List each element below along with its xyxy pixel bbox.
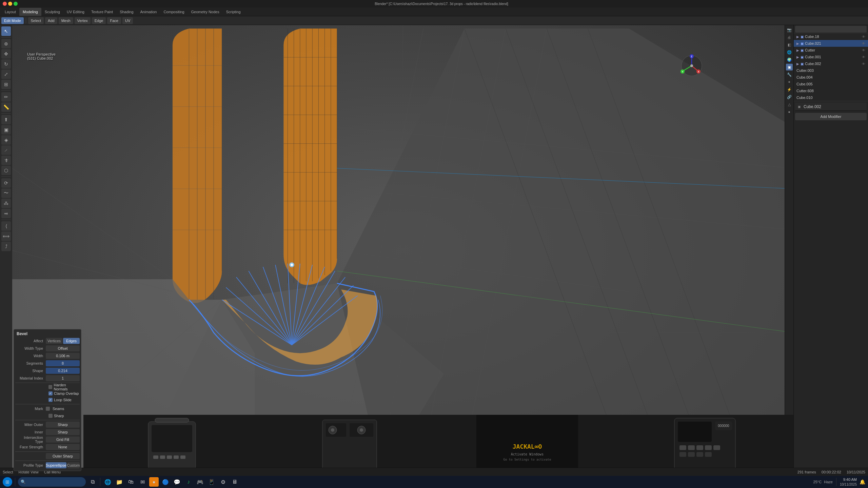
shear-tool[interactable]: ⟨ (1, 221, 11, 231)
mesh-btn[interactable]: Mesh (59, 17, 73, 24)
miter-inner-value[interactable]: Sharp (46, 429, 80, 435)
viewport-gizmo[interactable]: Z X Y (678, 52, 705, 79)
tab-texture-paint[interactable]: Texture Paint (88, 8, 116, 16)
uv-btn[interactable]: UV (122, 17, 133, 24)
modifier-icon[interactable]: 🔧 (786, 71, 793, 78)
scale-tool[interactable]: ⤢ (1, 69, 11, 79)
add-btn[interactable]: Add (45, 17, 57, 24)
edge-btn[interactable]: Edge (92, 17, 106, 24)
scene-icon[interactable]: 🌐 (786, 49, 793, 56)
viewport[interactable]: User Perspective (531) Cube.002 Z X Y (12, 25, 793, 476)
width-type-value[interactable]: Offset (46, 345, 80, 351)
knife-tool[interactable]: 🗡 (1, 156, 11, 165)
close-button[interactable] (3, 2, 7, 6)
particles-icon[interactable]: ✦ (786, 79, 793, 85)
visibility-icon[interactable]: 👁 (862, 55, 865, 59)
extrude-tool[interactable]: ⬆ (1, 115, 11, 124)
minimize-button[interactable] (8, 2, 12, 6)
loop-cut-tool[interactable]: ⟋ (1, 145, 11, 155)
bevel-tool[interactable]: ◈ (1, 135, 11, 145)
render-icon[interactable]: 📷 (786, 26, 793, 33)
tab-sculpting[interactable]: Sculpting (41, 8, 63, 16)
outliner-item-cutter[interactable]: ▶ ▣ Cutter 👁 (794, 47, 868, 54)
tab-geometry-nodes[interactable]: Geometry Nodes (188, 8, 223, 16)
edges-toggle[interactable]: Edges (63, 338, 80, 344)
outliner-item-cube004[interactable]: Cube.004 (794, 74, 868, 81)
world-icon[interactable]: 🌍 (786, 56, 793, 63)
thumbnail-tv[interactable]: JACKAL∞O Activate Windows Go to Settings… (439, 415, 616, 476)
data-icon[interactable]: △ (786, 101, 793, 108)
visibility-icon[interactable]: 👁 (862, 62, 865, 66)
tab-shading[interactable]: Shading (116, 8, 137, 16)
object-icon[interactable]: ▣ (786, 64, 793, 70)
edge-icon[interactable]: 🌐 (103, 477, 113, 487)
material-index-value[interactable]: 1 (46, 375, 80, 381)
explorer-icon[interactable]: 📁 (115, 477, 124, 487)
extra-icon-1[interactable]: ⚙ (218, 477, 228, 487)
constraints-icon[interactable]: 🔗 (786, 94, 793, 100)
measure-tool[interactable]: 📏 (1, 102, 11, 112)
tab-compositing[interactable]: Compositing (160, 8, 188, 16)
tab-modeling[interactable]: Modeling (19, 8, 41, 16)
outliner-item-cube010[interactable]: Cube.010 (794, 94, 868, 101)
select-tool[interactable]: ↖ (1, 26, 11, 36)
rotate-tool[interactable]: ↻ (1, 59, 11, 69)
tab-uv-editing[interactable]: UV Editing (63, 8, 88, 16)
outliner-search[interactable] (794, 25, 868, 33)
transform-tool[interactable]: ⊞ (1, 80, 11, 89)
loop-slide-checkbox[interactable]: ✓ (48, 398, 53, 402)
chrome-icon[interactable]: 🔵 (161, 477, 170, 487)
visibility-icon[interactable]: 👁 (862, 42, 865, 45)
outliner-item-cube021[interactable]: ▶ ▣ Cube.021 👁 (794, 40, 868, 47)
custom-toggle[interactable]: Custom (67, 462, 80, 468)
smooth-tool[interactable]: 〜 (1, 188, 11, 198)
mail-icon[interactable]: ✉ (138, 477, 147, 487)
spotify-icon[interactable]: ♪ (184, 477, 193, 487)
mark-sharp-checkbox[interactable] (48, 414, 53, 418)
width-value[interactable]: 0.106 m (46, 353, 80, 359)
move-tool[interactable]: ✥ (1, 49, 11, 59)
material-icon[interactable]: ● (786, 108, 793, 115)
maximize-button[interactable] (14, 2, 18, 6)
shape-value[interactable]: 0.214 (46, 368, 80, 374)
thumbnail-radio[interactable]: RADIO (83, 415, 260, 476)
notifications-icon[interactable]: 🔔 (860, 479, 865, 485)
thumbnail-cassette[interactable]: CASSETTE (261, 415, 438, 476)
extra-icon-2[interactable]: 🖥 (230, 477, 239, 487)
warp-tool[interactable]: ⤴ (1, 242, 11, 251)
spin-tool[interactable]: ⟳ (1, 178, 11, 188)
discord-icon[interactable]: 💬 (172, 477, 182, 487)
tab-scripting[interactable]: Scripting (223, 8, 244, 16)
clamp-overlap-checkbox[interactable]: ✓ (48, 391, 53, 395)
visibility-icon[interactable]: 👁 (862, 35, 865, 39)
steam-icon[interactable]: 🎮 (195, 477, 205, 487)
outliner-item-cube18[interactable]: ▶ ▣ Cube.18 👁 (794, 33, 868, 40)
add-modifier-button[interactable]: Add Modifier (795, 113, 867, 120)
search-taskbar[interactable]: 🔍 (18, 477, 86, 487)
annotate-tool[interactable]: ✏ (1, 92, 11, 102)
cursor-tool[interactable]: ⊕ (1, 39, 11, 48)
store-icon[interactable]: 🛍 (126, 477, 136, 487)
outliner-item-cutter003[interactable]: Cutter.003 (794, 67, 868, 74)
face-strength-value[interactable]: None (46, 444, 80, 450)
visibility-icon[interactable]: 👁 (862, 48, 865, 52)
taskview-btn[interactable]: ⧉ (88, 477, 97, 487)
outliner-item-cube005[interactable]: Cube.005 (794, 81, 868, 87)
whatsapp-icon[interactable]: 📱 (207, 477, 216, 487)
vertex-btn[interactable]: Vertex (75, 17, 91, 24)
start-button[interactable]: ⊞ (3, 477, 12, 487)
miter-outer-value[interactable]: Sharp (46, 422, 80, 428)
randomize-tool[interactable]: ⁂ (1, 199, 11, 208)
search-input[interactable] (795, 26, 867, 33)
thumbnail-extra[interactable]: 000000 (616, 415, 793, 476)
tab-animation[interactable]: Animation (137, 8, 160, 16)
blender-icon[interactable]: ● (149, 477, 159, 487)
mode-selector[interactable]: Edit Mode (1, 17, 24, 24)
segments-value[interactable]: 8 (46, 360, 80, 366)
outliner-item-cube001[interactable]: ▶ ▣ Cube.001 👁 (794, 54, 868, 60)
edge-slide-tool[interactable]: ⥤ (1, 209, 11, 218)
harden-normals-checkbox[interactable] (48, 385, 52, 389)
outliner-item-cube002[interactable]: ▶ ▣ Cube.002 👁 (794, 60, 868, 67)
window-controls[interactable] (3, 2, 18, 6)
poly-build-tool[interactable]: ⬡ (1, 166, 11, 175)
